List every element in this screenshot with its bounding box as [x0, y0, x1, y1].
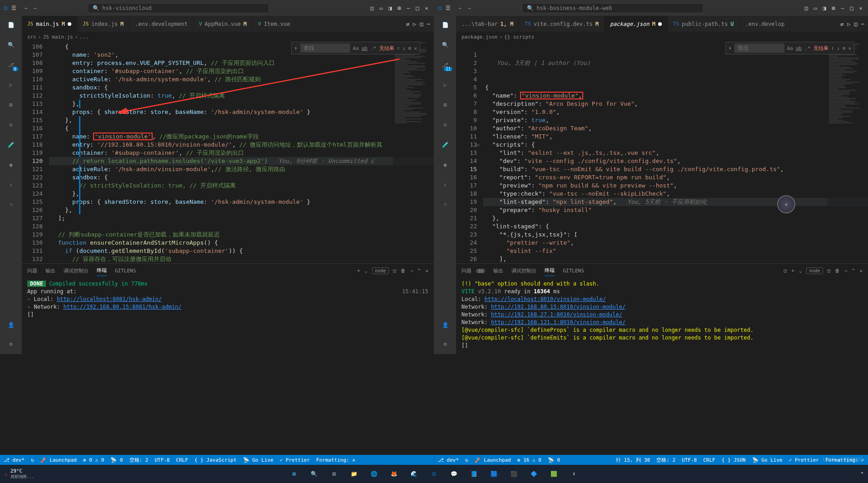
- chevron-up-icon[interactable]: ^: [852, 268, 855, 274]
- editor-tab[interactable]: TSvite.config.dev.ts M: [519, 16, 605, 32]
- code-line[interactable]: },: [483, 214, 868, 222]
- account-icon[interactable]: 👤: [440, 320, 451, 330]
- nav-forward-icon[interactable]: →: [33, 5, 36, 11]
- layout-icon[interactable]: ▭: [812, 5, 819, 12]
- code-line[interactable]: // 判断subapp-container是否已加载，如果未加载就延迟: [49, 231, 434, 239]
- status-item[interactable]: CRLF: [703, 457, 715, 463]
- panel-tab[interactable]: 问题 16: [461, 266, 485, 276]
- editor-tab[interactable]: .env.development: [129, 16, 193, 32]
- panel-tab[interactable]: GITLENS: [563, 266, 584, 276]
- code-line[interactable]: "private": true,: [483, 116, 868, 124]
- code-line[interactable]: strictStyleIsolation: true, // 开启样式隔离: [49, 92, 434, 100]
- code-line[interactable]: {: [483, 84, 868, 92]
- new-terminal-icon[interactable]: +: [791, 268, 794, 274]
- regex-icon[interactable]: .*: [370, 45, 376, 51]
- code-line[interactable]: "build": "vue-tsc --noEmit && vite build…: [483, 165, 868, 173]
- app-icon[interactable]: 🟦: [485, 467, 503, 481]
- status-item[interactable]: UTF-8: [154, 457, 169, 463]
- code-line[interactable]: // return location.pathname.includes('/v…: [49, 157, 434, 165]
- split-panel-icon[interactable]: ◫: [784, 268, 787, 274]
- chevron-up-icon[interactable]: ^: [418, 268, 421, 274]
- code-line[interactable]: "lint-staged": {: [483, 222, 868, 231]
- status-item[interactable]: ↻: [465, 457, 468, 463]
- close-find-icon[interactable]: ✕: [848, 45, 851, 51]
- more-icon[interactable]: ⋯: [410, 268, 413, 274]
- code-line[interactable]: "*.{js,ts,jsx,tsx}": [: [483, 231, 868, 239]
- terminal-dropdown-icon[interactable]: ⌄: [799, 268, 802, 274]
- split-terminal-icon[interactable]: ◫: [393, 268, 397, 274]
- status-item[interactable]: ✓ Prettier: [789, 457, 819, 463]
- code-line[interactable]: container: '#subapp-container', // 子应用渲染…: [49, 149, 434, 157]
- status-item[interactable]: { } JavaScript: [194, 457, 237, 463]
- panel-tab[interactable]: 问题: [27, 266, 37, 276]
- editor-tab[interactable]: package.json M: [605, 16, 668, 32]
- terminal-profile[interactable]: node: [806, 267, 823, 274]
- close-panel-icon[interactable]: ✕: [859, 268, 863, 274]
- search-icon[interactable]: 🔍: [440, 39, 451, 50]
- close-icon[interactable]: ✕: [423, 5, 430, 12]
- code-line[interactable]: "description": "Arco Design Pro for Vue"…: [483, 100, 868, 108]
- panel-tab[interactable]: GITLENS: [115, 266, 136, 276]
- scm-icon[interactable]: ⎇6: [5, 59, 16, 70]
- code-line[interactable]: "version": "1.0.0",: [483, 108, 868, 116]
- code-line[interactable]: "report": "cross-env REPORT=true npm run…: [483, 173, 868, 182]
- editor-tab[interactable]: JSmain.js M: [22, 16, 77, 32]
- git-icon[interactable]: ⑂: [440, 199, 451, 210]
- more-icon[interactable]: ⋯: [844, 268, 848, 274]
- chevron-right-icon[interactable]: ›: [729, 45, 732, 51]
- code-line[interactable]: "license": "MIT",: [483, 133, 868, 141]
- chrome-icon[interactable]: 🌐: [365, 467, 383, 481]
- next-match-icon[interactable]: ↓: [402, 45, 406, 51]
- nav-back-icon[interactable]: ←: [459, 5, 462, 11]
- code-line[interactable]: name: 'vinsion-module', //微应用package.jso…: [49, 133, 434, 141]
- weather-widget[interactable]: ⚠ 29°C局部强降...: [5, 468, 34, 480]
- code-line[interactable]: ];: [49, 214, 434, 222]
- git-icon[interactable]: ⑂: [5, 199, 16, 210]
- code-line[interactable]: },: [49, 100, 434, 108]
- code-line[interactable]: },: [49, 190, 434, 198]
- editor-tab[interactable]: JSindex.js M: [77, 16, 129, 32]
- breadcrumb[interactable]: src › JS main.js › ...: [22, 32, 434, 42]
- terminal-output[interactable]: DONE Compiled successfully in 778ms15:41…: [22, 277, 434, 354]
- find-filter-icon[interactable]: ≡: [843, 45, 846, 51]
- status-item[interactable]: ⎇ dev*: [438, 457, 459, 463]
- extensions-icon[interactable]: ⊞: [5, 99, 16, 110]
- maximize-icon[interactable]: □: [414, 5, 421, 12]
- remote-icon[interactable]: ⎋: [440, 119, 451, 130]
- compare-icon[interactable]: ⇄: [840, 21, 843, 27]
- search-icon[interactable]: 🔍: [5, 39, 16, 50]
- panel-tab[interactable]: 终端: [97, 265, 107, 276]
- close-panel-icon[interactable]: ✕: [425, 268, 428, 274]
- status-item[interactable]: 🚀 Launchpad: [475, 457, 511, 463]
- code-line[interactable]: {: [49, 124, 434, 133]
- minimize-icon[interactable]: —: [405, 5, 412, 12]
- code-line[interactable]: "author": "ArcoDesign Team",: [483, 124, 868, 133]
- editor-tab[interactable]: ...\tab-bar 1, M: [456, 16, 519, 32]
- split-editor-icon[interactable]: ◫: [420, 21, 423, 27]
- app-icon[interactable]: 💬: [445, 467, 463, 481]
- code-line[interactable]: // 容器存在，可以注册微应用并启动: [49, 255, 434, 263]
- account-icon[interactable]: 👤: [5, 320, 16, 330]
- share-icon[interactable]: ⇪: [5, 179, 16, 190]
- editor-tab[interactable]: VAppMain.vue M: [193, 16, 253, 32]
- start-button[interactable]: ⊞: [285, 467, 303, 481]
- find-widget[interactable]: › Aa ab .* 无结果 ↑ ↓ ≡ ✕: [291, 42, 420, 54]
- tray-chevron-icon[interactable]: ^: [861, 472, 863, 477]
- more-icon[interactable]: ⋯: [427, 21, 430, 27]
- find-input[interactable]: [300, 44, 350, 53]
- status-item[interactable]: 空格: 2: [129, 457, 149, 463]
- status-item[interactable]: 📡 Go Live: [243, 457, 273, 463]
- layout-icon[interactable]: ◫: [368, 5, 376, 12]
- code-line[interactable]: // strictStyleIsolation: true, // 开启样式隔离: [49, 182, 434, 190]
- code-line[interactable]: "dev": "vite --config ./config/vite.conf…: [483, 157, 868, 165]
- code-line[interactable]: [49, 222, 434, 231]
- regex-icon[interactable]: .*: [804, 45, 810, 51]
- panel-tab[interactable]: 输出: [45, 266, 55, 276]
- code-line[interactable]: },: [49, 206, 434, 214]
- prev-match-icon[interactable]: ↑: [831, 45, 834, 51]
- scm-icon[interactable]: ⎇11: [440, 59, 451, 70]
- status-item[interactable]: ⊗ 0 ⚠ 0: [83, 457, 104, 463]
- panel-tab[interactable]: 终端: [545, 265, 555, 276]
- code-line[interactable]: "prettier --write",: [483, 239, 868, 247]
- nav-forward-icon[interactable]: →: [467, 5, 471, 11]
